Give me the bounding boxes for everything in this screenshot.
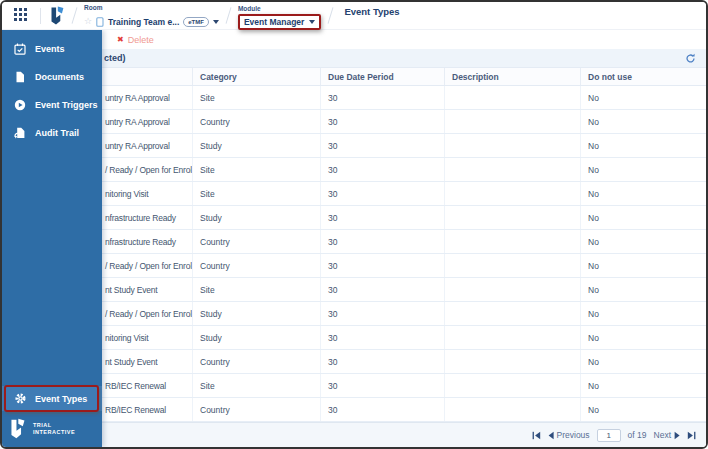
table-row[interactable]: RB/IEC Renewal Country 30 No [102,398,706,422]
cell-event-type-name: nitoring Visit [102,182,192,205]
selection-count-text: cted) [104,53,126,63]
column-header-name[interactable] [102,68,192,85]
cell-do-not-use: No [580,134,706,157]
pagination-bar: Previous of 19 Next [102,422,706,447]
table-row[interactable]: nt Study Event Site 30 No [102,278,706,302]
cell-description [444,182,580,205]
cell-description [444,158,580,181]
cell-do-not-use: No [580,230,706,253]
sidebar-item-event-triggers[interactable]: Event Triggers [2,91,102,119]
gear-icon [14,393,26,405]
cell-category: Country [192,398,320,421]
previous-page-button[interactable]: Previous [548,430,590,440]
previous-icon [548,431,554,440]
table-row[interactable]: / Ready / Open for Enrol... Site 30 No [102,158,706,182]
table-header-row: Category Due Date Period Description Do … [102,67,706,86]
skip-last-icon [687,431,696,440]
cell-description [444,326,580,349]
cell-due-date-period: 30 [320,326,444,349]
sidebar-item-label: Audit Trail [35,128,79,138]
table-row[interactable]: untry RA Approval Site 30 No [102,86,706,110]
cell-category: Study [192,206,320,229]
column-header-description[interactable]: Description [444,68,580,85]
cell-do-not-use: No [580,182,706,205]
sidebar-item-events[interactable]: Events [2,35,102,63]
play-circle-icon [14,99,26,111]
room-label: Room [84,4,219,11]
cell-due-date-period: 30 [320,86,444,109]
sidebar-item-label: Event Types [35,394,87,404]
breadcrumb-separator [72,7,78,24]
trial-interactive-logo-mark [50,5,65,27]
next-page-button[interactable]: Next [654,430,680,440]
table-row[interactable]: untry RA Approval Country 30 No [102,110,706,134]
delete-button[interactable]: Delete [128,35,154,45]
divider [40,8,41,24]
cell-category: Study [192,326,320,349]
page-count-text: of 19 [628,430,647,440]
audit-document-icon [14,127,26,139]
refresh-button[interactable] [685,53,696,64]
last-page-button[interactable] [687,431,696,440]
table-row[interactable]: / Ready / Open for Enrol... Study 30 No [102,302,706,326]
sidebar-item-documents[interactable]: Documents [2,63,102,91]
page-number-input[interactable] [597,429,621,442]
column-header-category[interactable]: Category [192,68,320,85]
annotation-box-module: Event Manager [238,14,321,30]
first-page-button[interactable] [532,431,541,440]
sidebar-item-audit-trail[interactable]: Audit Trail [2,119,102,147]
cell-due-date-period: 30 [320,110,444,133]
cell-due-date-period: 30 [320,206,444,229]
cell-due-date-period: 30 [320,278,444,301]
cell-do-not-use: No [580,86,706,109]
app-window: Room ☆ Training Team e... eTMF Module Ev… [0,0,708,449]
delete-x-icon: ✖ [117,36,124,44]
cell-category: Country [192,254,320,277]
chevron-down-icon [213,20,219,24]
cell-due-date-period: 30 [320,350,444,373]
cell-category: Study [192,302,320,325]
selection-band: cted) [102,49,706,67]
sidebar: Events Documents Event Triggers [2,30,102,447]
cell-event-type-name: nfrastructure Ready [102,206,192,229]
cell-category: Site [192,182,320,205]
table-row[interactable]: RB/IEC Renewal Site 30 No [102,374,706,398]
next-label: Next [654,430,671,440]
table-row[interactable]: nt Study Event Country 30 No [102,350,706,374]
cell-description [444,134,580,157]
cell-description [444,374,580,397]
cell-event-type-name: untry RA Approval [102,134,192,157]
column-header-do-not-use[interactable]: Do not use [580,68,708,85]
cell-due-date-period: 30 [320,302,444,325]
sidebar-item-event-types[interactable]: Event Types [2,386,102,411]
table-row[interactable]: / Ready / Open for Enrol... Country 30 N… [102,254,706,278]
cell-description [444,110,580,133]
favorite-star-icon[interactable]: ☆ [84,17,92,26]
cell-due-date-period: 30 [320,254,444,277]
cell-category: Site [192,374,320,397]
module-selector[interactable]: Module Event Manager [238,2,321,30]
cell-description [444,278,580,301]
cell-do-not-use: No [580,278,706,301]
cell-do-not-use: No [580,374,706,397]
cell-event-type-name: / Ready / Open for Enrol... [102,302,192,325]
next-icon [674,431,680,440]
room-selector[interactable]: Room ☆ Training Team e... eTMF [84,1,219,31]
table-row[interactable]: nitoring Visit Site 30 No [102,182,706,206]
cell-category: Country [192,350,320,373]
cell-do-not-use: No [580,206,706,229]
cell-category: Country [192,110,320,133]
cell-description [444,86,580,109]
refresh-icon [685,53,696,64]
cell-event-type-name: RB/IEC Renewal [102,374,192,397]
trial-interactive-footer-logo: TRIAL INTERACTIVE [2,411,102,447]
cell-due-date-period: 30 [320,158,444,181]
breadcrumb-separator [225,7,231,24]
table-row[interactable]: nfrastructure Ready Country 30 No [102,230,706,254]
table-row[interactable]: untry RA Approval Study 30 No [102,134,706,158]
app-launcher-button[interactable] [12,8,28,24]
module-value: Event Manager [244,17,304,27]
table-row[interactable]: nitoring Visit Study 30 No [102,326,706,350]
column-header-due-date-period[interactable]: Due Date Period [320,68,444,85]
table-row[interactable]: nfrastructure Ready Study 30 No [102,206,706,230]
